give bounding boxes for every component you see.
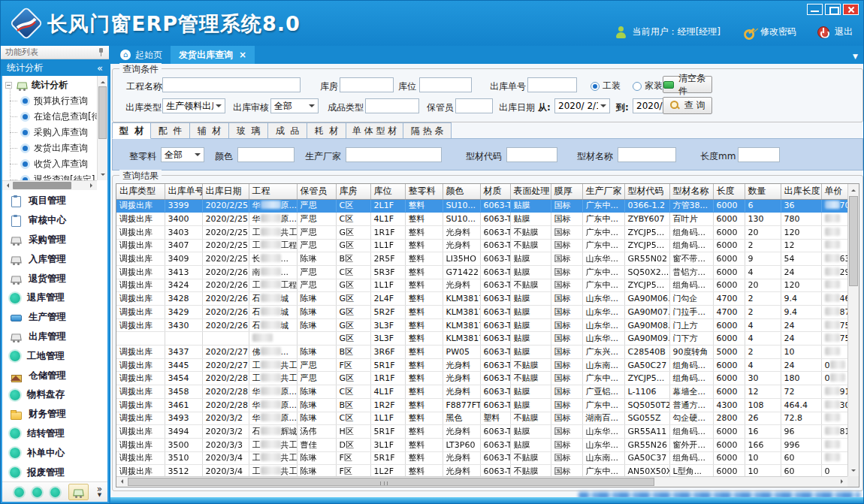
cell[interactable]: 6063-T5: [480, 199, 510, 213]
cell[interactable]: 6000: [713, 225, 745, 239]
cell[interactable]: 整料: [405, 279, 443, 292]
cell[interactable]: B区: [336, 252, 370, 266]
cell[interactable]: 3437: [165, 346, 202, 359]
cell[interactable]: G区: [336, 279, 370, 292]
material-tab-隔热条[interactable]: 隔 热 条: [403, 122, 452, 139]
cell[interactable]: 广东中...: [582, 199, 624, 213]
cell[interactable]: 塑料: [480, 412, 510, 425]
cell[interactable]: 组角码...: [669, 279, 713, 292]
cell[interactable]: 陈琳: [297, 398, 336, 412]
cell[interactable]: 2: [745, 292, 781, 306]
cell[interactable]: 6063-T5: [480, 398, 510, 412]
cell[interactable]: G区: [336, 225, 370, 239]
cell[interactable]: 不贴膜: [510, 358, 551, 372]
cell[interactable]: 2020/2/27: [202, 346, 249, 359]
cell[interactable]: 6063-T5: [480, 213, 510, 226]
tab-起始页[interactable]: ⌂起始页: [112, 46, 171, 64]
cell[interactable]: 4: [745, 318, 781, 332]
cell[interactable]: 广东中...: [582, 225, 624, 239]
cell[interactable]: 贴膜: [510, 318, 551, 332]
cell[interactable]: 464.4: [781, 398, 821, 412]
cell[interactable]: 陈琳: [297, 385, 336, 399]
cell[interactable]: 广东中...: [582, 398, 624, 412]
cell[interactable]: C区: [336, 265, 370, 279]
cell[interactable]: 整料: [405, 398, 443, 412]
radio-work-option[interactable]: 工装: [591, 80, 621, 92]
cell[interactable]: 门勾企: [669, 292, 713, 306]
sidebar-item-项目管理[interactable]: 项目管理: [2, 192, 107, 211]
cell[interactable]: GR55N02: [624, 252, 669, 266]
cell[interactable]: ZYBY607: [624, 213, 669, 226]
cell[interactable]: [297, 332, 336, 346]
cell[interactable]: 国标: [551, 398, 582, 412]
cell[interactable]: 30: [745, 372, 781, 385]
cell[interactable]: 国标: [551, 425, 582, 439]
cell[interactable]: 60: [781, 451, 821, 465]
column-header-出库日期[interactable]: 出库日期: [202, 184, 249, 199]
cell[interactable]: 20: [745, 225, 781, 239]
cell[interactable]: 华原...: [249, 398, 297, 412]
cell[interactable]: 华原...: [249, 412, 297, 425]
cell[interactable]: 山东华...: [582, 252, 624, 266]
column-header-长度[interactable]: 长度: [713, 184, 745, 199]
cell[interactable]: L-1106: [624, 385, 669, 399]
close-button[interactable]: [843, 4, 859, 15]
cell[interactable]: G71422: [443, 265, 480, 279]
cell[interactable]: GA90M09.: [624, 332, 669, 346]
cell[interactable]: 不贴膜: [510, 239, 551, 252]
cell[interactable]: 6063-T5: [480, 372, 510, 385]
cell[interactable]: 2R5F: [370, 252, 405, 266]
cell[interactable]: 调拨出库: [116, 318, 165, 332]
cell[interactable]: 3445: [165, 358, 202, 372]
scroll-right-icon[interactable]: [841, 479, 845, 484]
cell[interactable]: 门上方: [669, 318, 713, 332]
sidebar-item-审核中心[interactable]: 审核中心: [2, 211, 107, 231]
material-tab-耗材[interactable]: 耗 材: [307, 122, 346, 139]
cell[interactable]: 严思: [297, 279, 336, 292]
cell[interactable]: 6000: [713, 199, 745, 213]
cell[interactable]: 120: [781, 279, 821, 292]
cell[interactable]: B区: [336, 398, 370, 412]
cell[interactable]: 广东中...: [582, 279, 624, 292]
cell[interactable]: SU10...: [443, 199, 480, 213]
cell[interactable]: 不贴膜: [510, 372, 551, 385]
cell[interactable]: 国标: [551, 252, 582, 266]
cell[interactable]: 调拨出库: [116, 292, 165, 306]
maximize-button[interactable]: [825, 4, 841, 15]
cell[interactable]: 不贴膜: [510, 451, 551, 465]
cell[interactable]: 不贴膜: [510, 412, 551, 425]
cell[interactable]: 3407: [165, 239, 202, 252]
cell[interactable]: 整料: [405, 318, 443, 332]
cell[interactable]: 国标: [551, 346, 582, 359]
cell[interactable]: 2020/2/25: [202, 239, 249, 252]
cell[interactable]: 12: [745, 385, 781, 399]
cell[interactable]: 6063-T5: [480, 425, 510, 439]
table-row[interactable]: 调拨出库34242020/2/26工工程严思G区1L1F整料光身料6063-T5…: [116, 279, 859, 292]
cell[interactable]: 6063-T5: [480, 239, 510, 252]
cell[interactable]: 整料: [405, 425, 443, 439]
cell[interactable]: 广亚铝...: [582, 385, 624, 399]
cell[interactable]: C28540B: [624, 346, 669, 359]
date-from-picker[interactable]: 2020/ 2/16: [554, 98, 610, 113]
sidebar-item-退货管理[interactable]: 退货管理: [2, 269, 107, 288]
cell[interactable]: 山东华...: [582, 306, 624, 319]
cell[interactable]: F区: [336, 358, 370, 372]
cell[interactable]: 工共工程: [249, 358, 297, 372]
cell[interactable]: 120: [781, 225, 821, 239]
grid-horizontal-scrollbar[interactable]: [116, 476, 847, 487]
cell[interactable]: 5R1F: [370, 451, 405, 465]
cell[interactable]: 整料: [405, 385, 443, 399]
cell[interactable]: 陈琳: [297, 292, 336, 306]
cell[interactable]: 整料: [405, 451, 443, 465]
cell[interactable]: 陈琳: [297, 306, 336, 319]
cell[interactable]: 5R1F: [370, 358, 405, 372]
cell[interactable]: G区: [336, 318, 370, 332]
cell[interactable]: 10: [745, 451, 781, 465]
module-dot-icon[interactable]: [50, 487, 60, 497]
cell[interactable]: 华原...: [249, 199, 297, 213]
column-header-库位[interactable]: 库位: [370, 184, 405, 199]
cell[interactable]: SQ5050T20: [624, 398, 669, 412]
scroll-down-icon[interactable]: [851, 469, 856, 474]
cell[interactable]: 3494: [165, 425, 202, 439]
cell[interactable]: 贴膜: [510, 346, 551, 359]
